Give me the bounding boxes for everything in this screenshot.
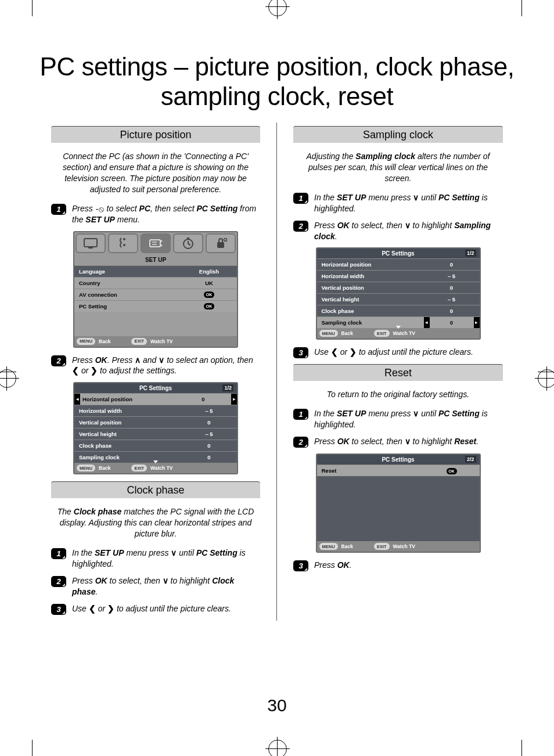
osd-pc-settings-1: PC Settings 1/2 ◂Horizontal position0▸ H… xyxy=(73,382,238,474)
exit-pill: EXIT xyxy=(374,543,390,550)
step-badge-1: 1 xyxy=(293,193,308,204)
page-number: 30 xyxy=(0,696,554,715)
ok-icon: OK xyxy=(447,468,457,474)
clock-phase-step1: In the SET UP menu press ∨ until PC Sett… xyxy=(72,548,260,570)
input-icon: -⦸ xyxy=(95,206,105,213)
step-badge-1: 1 xyxy=(293,409,308,420)
down-icon: ∨ xyxy=(405,437,411,446)
osd-row-label: Vertical position xyxy=(74,419,181,426)
svg-rect-7 xyxy=(217,242,224,248)
osd-row-value: 0 xyxy=(430,319,474,326)
down-icon: ∨ xyxy=(159,355,164,365)
up-icon: ∧ xyxy=(135,355,141,365)
osd-row-value: 0 xyxy=(424,261,480,268)
step-badge-1: 1 xyxy=(51,548,66,559)
step-badge-3: 3 xyxy=(293,560,308,571)
clock-phase-step3: Use ❮ or ❯ to adjust until the picture c… xyxy=(72,603,231,614)
picture-position-step1: Press -⦸ to select PC, then select PC Se… xyxy=(72,203,260,225)
down-icon: ∨ xyxy=(413,193,419,202)
osd-row-label: Country xyxy=(74,280,181,286)
left-icon: ❮ xyxy=(89,604,96,613)
sampling-step3: Use ❮ or ❯ to adjust until the picture c… xyxy=(314,347,473,358)
foot-back: Back xyxy=(99,465,110,471)
osd-row-label: Vertical height xyxy=(74,431,181,437)
osd-row-value: – 5 xyxy=(181,431,237,437)
intro-clock-phase: The Clock phase matches the PC signal wi… xyxy=(52,506,259,539)
page-title: PC settings – picture position, clock ph… xyxy=(35,52,519,111)
sampling-step1: In the SET UP menu press ∨ until PC Sett… xyxy=(314,192,503,214)
down-icon: ∨ xyxy=(405,221,411,230)
picture-position-step2: Press OK. Press ∧ and ∨ to select an opt… xyxy=(72,355,260,377)
svg-point-2 xyxy=(123,238,125,240)
foot-watch: Watch TV xyxy=(150,339,172,344)
right-arrow-icon: ▸ xyxy=(474,317,480,328)
ok-icon: OK xyxy=(204,303,214,309)
svg-rect-1 xyxy=(88,247,93,249)
osd-row-label: Horizontal position xyxy=(80,396,175,402)
section-picture-position: Picture position xyxy=(51,126,260,143)
osd-row-value: – 5 xyxy=(181,408,237,414)
section-sampling-clock: Sampling clock xyxy=(293,126,503,143)
foot-back: Back xyxy=(341,330,353,336)
osd-pc-settings-sampling: PC Settings 1/2 Horizontal position0 Hor… xyxy=(316,247,481,340)
osd-row-value: UK xyxy=(181,280,237,286)
osd-row-value: 0 xyxy=(424,308,480,314)
step-badge-2: 2 xyxy=(51,576,66,587)
osd-paginator: 1/2 xyxy=(465,250,476,257)
osd-row-value: English xyxy=(181,268,237,275)
osd-row-label: Vertical position xyxy=(317,285,424,291)
svg-point-3 xyxy=(123,244,125,246)
osd-row-label: AV connection xyxy=(74,291,181,298)
osd-row-value: OK xyxy=(181,303,237,309)
up-arrow-icon xyxy=(396,453,401,455)
left-icon: ❮ xyxy=(72,366,79,375)
osd-row-label: Reset xyxy=(317,467,424,474)
step-badge-2: 2 xyxy=(293,437,308,448)
osd-setup-title: SET UP xyxy=(74,254,237,265)
clock-phase-step2: Press OK to select, then ∨ to highlight … xyxy=(72,575,260,597)
osd-row-label: Language xyxy=(74,268,181,275)
svg-point-8 xyxy=(224,238,227,241)
right-icon: ❯ xyxy=(350,347,357,357)
osd-row-value: – 5 xyxy=(424,296,480,303)
osd-row-value: OK xyxy=(181,291,237,298)
exit-pill: EXIT xyxy=(374,330,390,337)
down-arrow-icon xyxy=(153,460,158,463)
osd-row-value: 0 xyxy=(181,454,237,460)
osd-row-label: Vertical height xyxy=(317,296,424,303)
osd-paginator: 1/2 xyxy=(222,384,233,391)
step-badge-3: 3 xyxy=(293,347,308,358)
foot-watch: Watch TV xyxy=(150,465,172,471)
osd-icon-setup xyxy=(141,233,171,253)
osd-row-label: Clock phase xyxy=(74,442,181,449)
osd-row-label: Horizontal width xyxy=(317,273,424,279)
step-badge-1: 1 xyxy=(51,204,66,215)
reset-step2: Press OK to select, then ∨ to highlight … xyxy=(314,436,479,447)
osd-row-label: PC Setting xyxy=(74,303,181,309)
osd-row-value: 0 xyxy=(181,442,237,449)
right-icon: ❯ xyxy=(91,366,98,375)
osd-row-label: Clock phase xyxy=(317,308,424,314)
down-icon: ∨ xyxy=(413,409,419,418)
intro-reset: To return to the original factory settin… xyxy=(294,389,502,400)
section-reset: Reset xyxy=(293,364,503,381)
osd-row-value: 0 xyxy=(424,285,480,291)
osd-row-label: Horizontal position xyxy=(317,261,424,268)
reset-step1: In the SET UP menu press ∨ until PC Sett… xyxy=(314,408,503,430)
menu-pill: MENU xyxy=(319,330,338,337)
down-arrow-icon xyxy=(396,326,401,329)
intro-sampling-clock: Adjusting the Sampling clock alters the … xyxy=(294,151,502,184)
intro-picture-position: Connect the PC (as shown in the 'Connect… xyxy=(52,151,259,195)
osd-row-label: Sampling clock xyxy=(74,454,181,460)
osd-row-label: Sampling clock xyxy=(317,319,424,326)
osd-setup: SET UP LanguageEnglish CountryUK AV conn… xyxy=(73,231,238,348)
step-badge-2: 2 xyxy=(51,355,66,366)
osd-icon-sound xyxy=(108,233,138,253)
ok-icon: OK xyxy=(204,291,214,298)
osd-row-value: OK xyxy=(424,467,480,474)
down-icon: ∨ xyxy=(163,576,168,585)
svg-rect-6 xyxy=(187,237,189,239)
down-icon: ∨ xyxy=(171,548,177,557)
osd-row-label: Horizontal width xyxy=(74,408,181,414)
menu-pill: MENU xyxy=(77,338,95,345)
